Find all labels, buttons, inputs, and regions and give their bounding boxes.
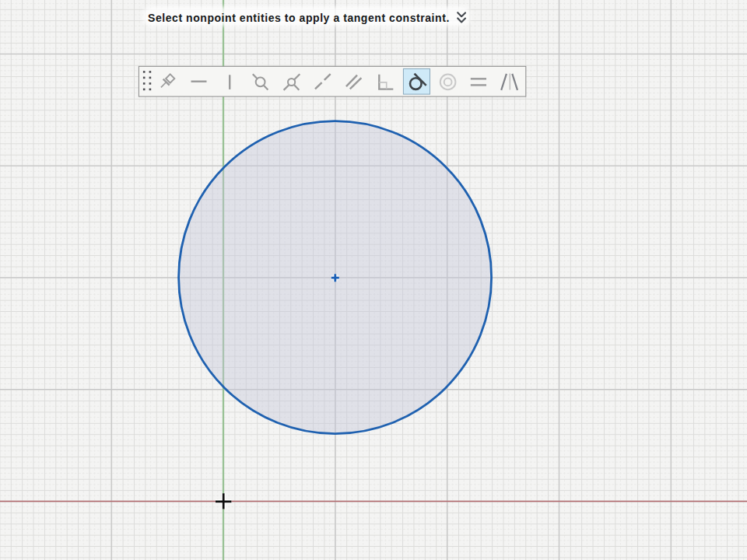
svg-text:Select nonpoint entities to ap: Select nonpoint entities to apply a tang… bbox=[148, 12, 450, 24]
